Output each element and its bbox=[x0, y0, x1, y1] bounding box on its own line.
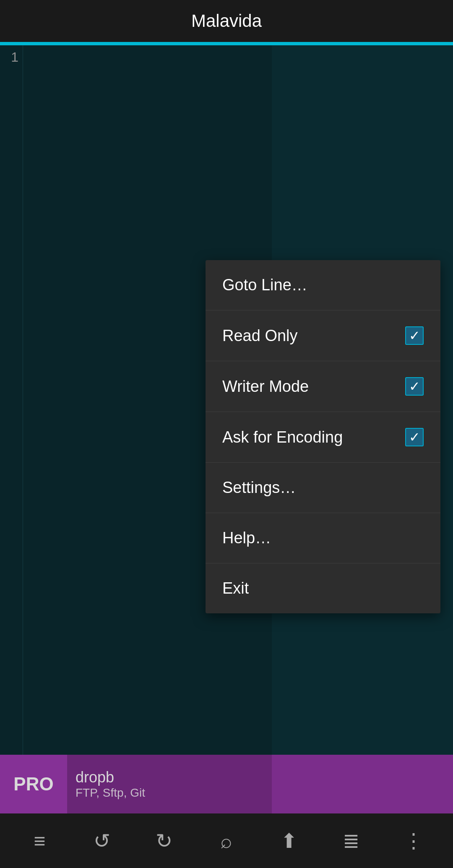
menu-label-goto-line: Goto Line… bbox=[222, 276, 307, 294]
checkbox-writer-mode[interactable]: ✓ bbox=[405, 377, 424, 396]
checkmark-writer-mode: ✓ bbox=[409, 380, 420, 393]
menu-item-help[interactable]: Help… bbox=[206, 513, 440, 563]
context-menu: Goto Line…Read Only✓Writer Mode✓Ask for … bbox=[206, 260, 440, 613]
menu-item-writer-mode[interactable]: Writer Mode✓ bbox=[206, 361, 440, 412]
menu-label-help: Help… bbox=[222, 529, 271, 547]
undo-icon[interactable]: ↺ bbox=[85, 824, 119, 858]
accent-line bbox=[0, 42, 453, 45]
hamburger-icon[interactable]: ≡ bbox=[23, 824, 56, 858]
more-icon[interactable]: ⋮ bbox=[397, 824, 430, 858]
menu-label-writer-mode: Writer Mode bbox=[222, 378, 309, 396]
checkmark-ask-encoding: ✓ bbox=[409, 430, 420, 444]
app-title: Malavida bbox=[191, 11, 262, 31]
title-bar: Malavida bbox=[0, 0, 453, 42]
menu-item-settings[interactable]: Settings… bbox=[206, 463, 440, 513]
checkmark-read-only: ✓ bbox=[409, 329, 420, 342]
menu-item-read-only[interactable]: Read Only✓ bbox=[206, 310, 440, 361]
search-icon[interactable]: ⌕ bbox=[210, 824, 243, 858]
menu-item-ask-encoding[interactable]: Ask for Encoding✓ bbox=[206, 412, 440, 463]
menu-label-read-only: Read Only bbox=[222, 327, 298, 345]
redo-icon[interactable]: ↻ bbox=[147, 824, 181, 858]
document-icon[interactable]: ≣ bbox=[334, 824, 368, 858]
bottom-nav: ≡↺↻⌕⬆≣⋮ bbox=[0, 813, 453, 868]
upload-icon[interactable]: ⬆ bbox=[272, 824, 306, 858]
menu-label-settings: Settings… bbox=[222, 479, 296, 497]
menu-label-ask-encoding: Ask for Encoding bbox=[222, 428, 343, 446]
menu-item-goto-line[interactable]: Goto Line… bbox=[206, 260, 440, 310]
checkbox-ask-encoding[interactable]: ✓ bbox=[405, 428, 424, 446]
menu-label-exit: Exit bbox=[222, 579, 249, 597]
menu-item-exit[interactable]: Exit bbox=[206, 563, 440, 613]
checkbox-read-only[interactable]: ✓ bbox=[405, 326, 424, 345]
